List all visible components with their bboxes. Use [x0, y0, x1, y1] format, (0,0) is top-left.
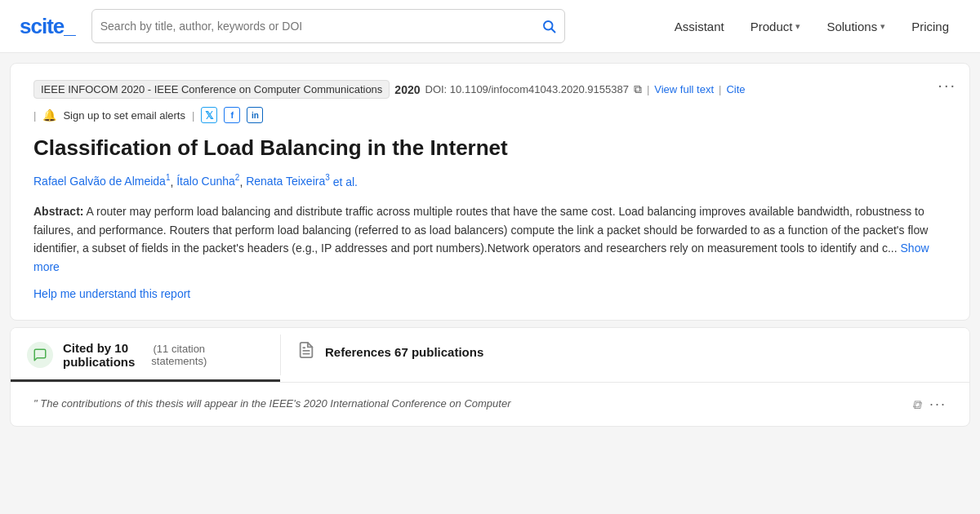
references-icon — [297, 341, 315, 363]
author-1[interactable]: Rafael Galvão de Almeida1 — [33, 175, 170, 188]
navbar: scite_ Assistant Product ▾ Solutions ▾ P… — [0, 0, 980, 53]
nav-item-solutions[interactable]: Solutions ▾ — [815, 13, 897, 40]
nav-item-pricing[interactable]: Pricing — [900, 13, 960, 40]
alert-row: | 🔔 Sign up to set email alerts | 𝕏 f in — [33, 107, 947, 123]
search-input[interactable] — [100, 20, 541, 33]
abstract-label: Abstract: — [33, 205, 83, 218]
copy-icon[interactable]: ⧉ — [634, 82, 642, 96]
cited-by-sub: publications — [63, 355, 135, 369]
quote-copy-icon[interactable]: ⧉ — [912, 397, 921, 412]
svg-point-0 — [544, 21, 553, 30]
authors-row: Rafael Galvão de Almeida1, Ítalo Cunha2,… — [33, 174, 947, 188]
more-options-button[interactable]: ··· — [938, 77, 956, 93]
et-al-link[interactable]: et al. — [333, 175, 358, 188]
cited-by-labels: Cited by 10 publications — [63, 341, 135, 369]
linkedin-icon[interactable]: in — [247, 107, 263, 123]
references-tab[interactable]: References 67 publications — [281, 328, 969, 376]
abstract: Abstract: A router may perform load bala… — [33, 202, 947, 276]
help-link[interactable]: Help me understand this report — [33, 287, 190, 300]
author-3[interactable]: Renata Teixeira3 — [246, 175, 330, 188]
citations-panel: Cited by 10 publications (11 citation st… — [10, 327, 970, 427]
social-icons: 𝕏 f in — [201, 107, 263, 123]
search-button[interactable] — [541, 19, 556, 33]
view-full-text-link[interactable]: View full text — [654, 83, 714, 95]
twitter-icon[interactable]: 𝕏 — [201, 107, 217, 123]
paper-meta-row: IEEE INFOCOM 2020 - IEEE Conference on C… — [33, 80, 947, 99]
references-label: References 67 publications — [325, 345, 483, 359]
quote-actions: ⧉ ··· — [912, 396, 947, 413]
nav-item-assistant[interactable]: Assistant — [663, 13, 736, 40]
main-content: ··· IEEE INFOCOM 2020 - IEEE Conference … — [0, 63, 980, 427]
cited-by-count: Cited by 10 — [63, 341, 135, 355]
nav-item-product[interactable]: Product ▾ — [739, 13, 813, 40]
facebook-icon[interactable]: f — [224, 107, 240, 123]
cited-by-icon — [27, 342, 53, 368]
doi-label: DOI: 10.1109/infocom41043.2020.9155387 — [425, 83, 629, 95]
bell-icon: 🔔 — [42, 109, 56, 122]
abstract-text: A router may perform load balancing and … — [33, 205, 928, 255]
citations-tabs: Cited by 10 publications (11 citation st… — [11, 328, 969, 383]
tab-references: References 67 publications — [281, 328, 969, 382]
quote-more-button[interactable]: ··· — [929, 396, 947, 413]
paper-card: ··· IEEE INFOCOM 2020 - IEEE Conference … — [10, 63, 970, 321]
chevron-down-icon: ▾ — [880, 21, 885, 32]
author-2[interactable]: Ítalo Cunha2 — [176, 175, 239, 188]
alert-label[interactable]: Sign up to set email alerts — [63, 109, 185, 122]
tab-cited-by: Cited by 10 publications (11 citation st… — [11, 328, 280, 382]
quote-preview: " The contributions of this thesis will … — [11, 383, 969, 426]
paper-title: Classification of Load Balancing in the … — [33, 135, 947, 162]
cited-by-tab[interactable]: Cited by 10 publications (11 citation st… — [11, 328, 280, 382]
logo[interactable]: scite_ — [20, 14, 75, 39]
svg-line-1 — [551, 29, 555, 33]
venue-badge: IEEE INFOCOM 2020 - IEEE Conference on C… — [33, 80, 390, 99]
year-badge: 2020 — [394, 83, 420, 96]
citation-statements: (11 citation statements) — [151, 343, 207, 367]
search-bar — [91, 9, 565, 43]
doi-value: 10.1109/infocom41043.2020.9155387 — [450, 83, 629, 95]
nav-links: Assistant Product ▾ Solutions ▾ Pricing — [663, 13, 960, 40]
cite-link[interactable]: Cite — [726, 83, 745, 95]
chevron-down-icon: ▾ — [795, 21, 800, 32]
quote-text: " The contributions of this thesis will … — [33, 396, 912, 412]
